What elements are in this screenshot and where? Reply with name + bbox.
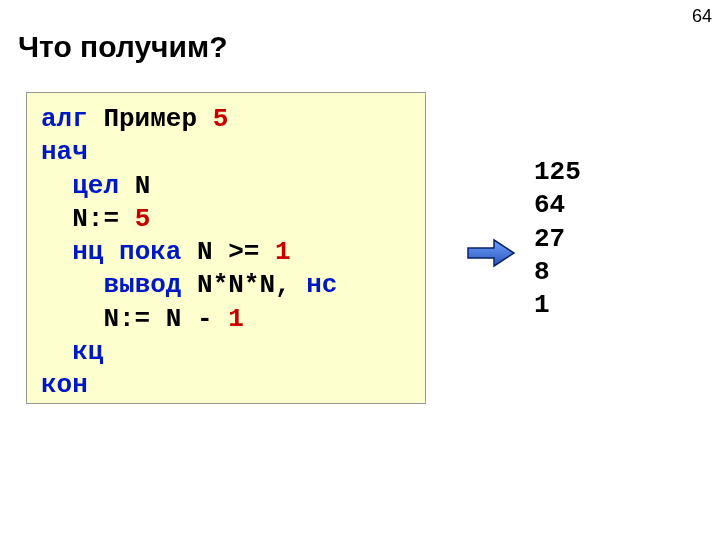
kw-int: цел	[72, 171, 119, 201]
kw-end: кон	[41, 370, 88, 400]
code-text: N:=	[41, 204, 135, 234]
num-literal: 5	[135, 204, 151, 234]
output-line: 1	[534, 290, 550, 320]
kw-newline: нс	[306, 270, 337, 300]
kw-while: нц пока	[72, 237, 181, 267]
num-literal: 1	[275, 237, 291, 267]
code-text: Пример	[88, 104, 213, 134]
page-title: Что получим?	[18, 30, 227, 64]
code-text: N	[119, 171, 150, 201]
code-pad	[41, 237, 72, 267]
output-line: 64	[534, 190, 565, 220]
code-pad	[41, 270, 103, 300]
output-block: 125 64 27 8 1	[534, 156, 581, 322]
code-pad	[41, 337, 72, 367]
page-number: 64	[692, 6, 712, 27]
output-line: 8	[534, 257, 550, 287]
code-block: алг Пример 5 нач цел N N:= 5 нц пока N >…	[26, 92, 426, 404]
kw-alg: алг	[41, 104, 88, 134]
num-literal: 1	[228, 304, 244, 334]
kw-endloop: кц	[72, 337, 103, 367]
output-line: 125	[534, 157, 581, 187]
arrow-icon	[466, 238, 516, 268]
num-literal: 5	[213, 104, 229, 134]
code-pad	[41, 171, 72, 201]
output-line: 27	[534, 224, 565, 254]
svg-marker-0	[468, 240, 514, 266]
kw-print: вывод	[103, 270, 181, 300]
code-text: N*N*N,	[181, 270, 306, 300]
code-text: N:= N -	[41, 304, 228, 334]
kw-begin: нач	[41, 137, 88, 167]
code-text: N >=	[181, 237, 275, 267]
